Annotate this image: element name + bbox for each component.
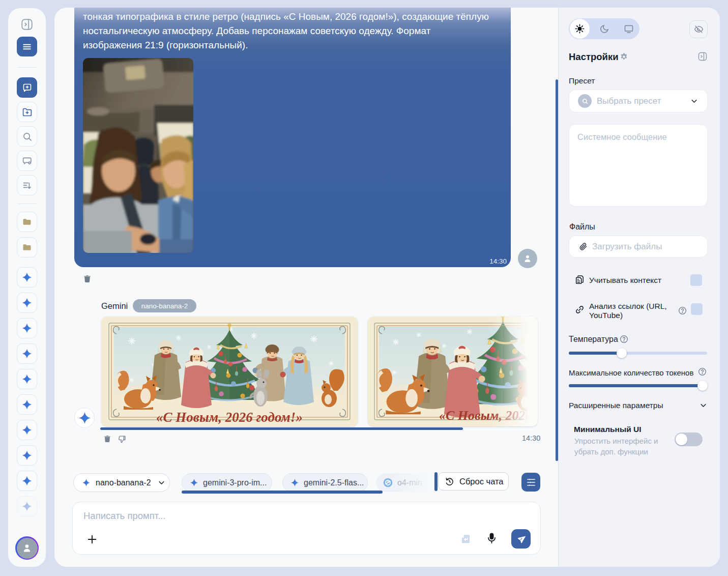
svg-text:«С Новым, 2026 годом!»: «С Новым, 2026 годом!» bbox=[156, 410, 303, 425]
